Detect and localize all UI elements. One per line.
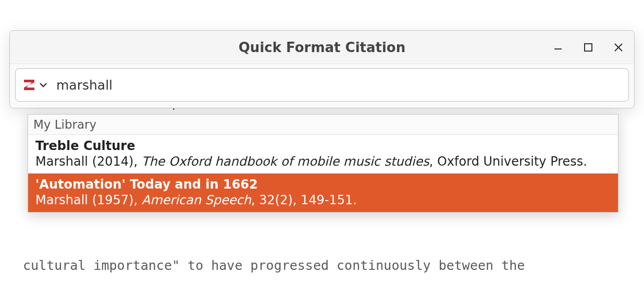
- citation-result-item[interactable]: Treble Culture Marshall (2014), The Oxfo…: [28, 135, 618, 173]
- dialog-title: Quick Format Citation: [239, 40, 405, 55]
- results-library-header: My Library: [28, 115, 618, 135]
- minimize-button[interactable]: [552, 41, 564, 54]
- editor-line: cultural importance" to have progressed …: [23, 256, 642, 275]
- svg-rect-6: [24, 88, 34, 90]
- result-title: Treble Culture: [35, 138, 611, 154]
- citation-search-input[interactable]: [56, 78, 622, 93]
- zotero-icon[interactable]: [22, 78, 36, 92]
- result-meta: Marshall (1957), American Speech, 32(2),…: [35, 192, 611, 208]
- maximize-button[interactable]: [582, 41, 595, 54]
- svg-rect-1: [585, 44, 592, 51]
- citation-results-dropdown: My Library Treble Culture Marshall (2014…: [28, 114, 618, 213]
- result-meta: Marshall (2014), The Oxford handbook of …: [35, 154, 611, 169]
- citation-result-item[interactable]: 'Automation' Today and in 1662 Marshall …: [28, 173, 618, 212]
- result-title: 'Automation' Today and in 1662: [35, 177, 611, 192]
- dropdown-caret-icon[interactable]: [39, 80, 48, 90]
- citation-search-bar[interactable]: [15, 68, 629, 102]
- dialog-titlebar: Quick Format Citation: [10, 31, 634, 64]
- quick-format-citation-dialog: Quick Format Citation: [9, 30, 635, 108]
- close-button[interactable]: [612, 41, 625, 54]
